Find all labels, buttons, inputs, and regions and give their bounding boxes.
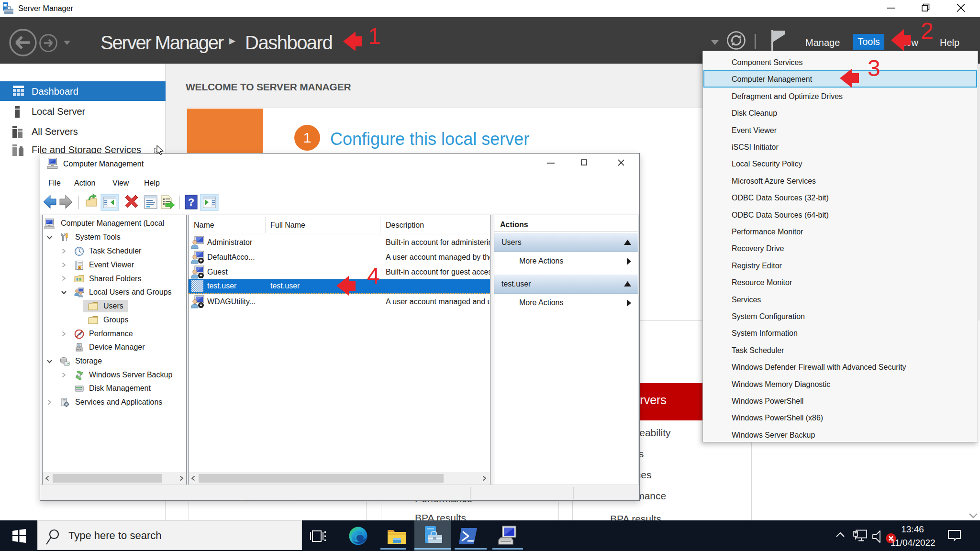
svg-text:?: ? [188,196,194,208]
